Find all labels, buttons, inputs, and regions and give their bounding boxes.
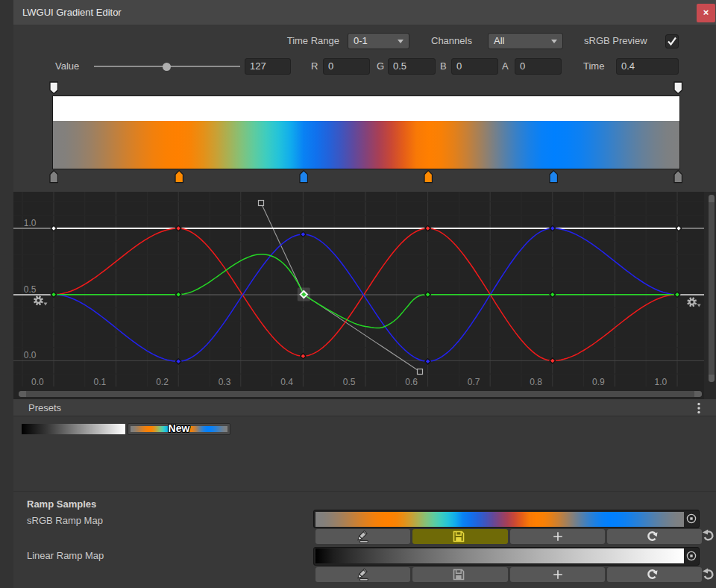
svg-text:0.3: 0.3 xyxy=(219,377,231,387)
svg-text:0.9: 0.9 xyxy=(592,377,605,387)
svg-text:0.2: 0.2 xyxy=(156,377,169,387)
svg-text:0.5: 0.5 xyxy=(24,284,37,295)
svg-text:0.5: 0.5 xyxy=(343,377,356,387)
svg-text:0.6: 0.6 xyxy=(405,377,418,387)
svg-text:0.8: 0.8 xyxy=(530,377,542,387)
svg-text:0.0: 0.0 xyxy=(31,377,44,387)
svg-text:0.4: 0.4 xyxy=(280,377,293,387)
svg-text:1.0: 1.0 xyxy=(24,218,37,228)
svg-text:0.1: 0.1 xyxy=(94,377,107,387)
svg-text:0.0: 0.0 xyxy=(24,350,37,360)
svg-text:1.0: 1.0 xyxy=(654,377,667,387)
svg-text:0.7: 0.7 xyxy=(468,377,480,387)
